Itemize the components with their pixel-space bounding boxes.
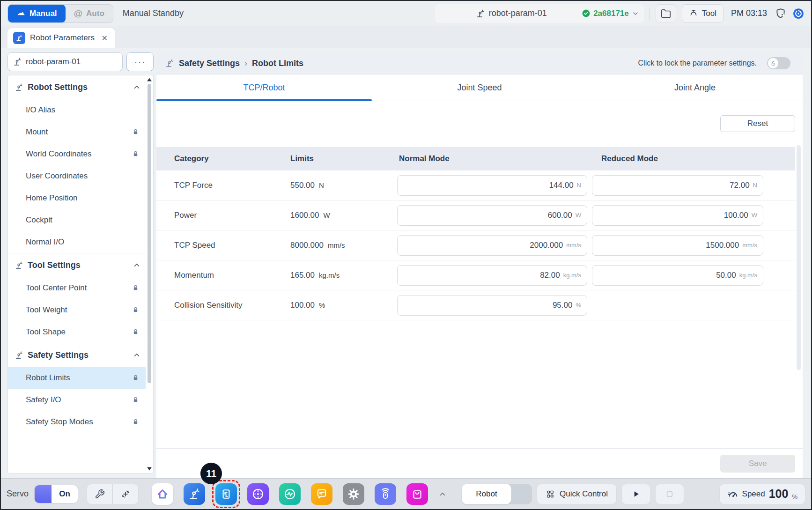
safety-user-button[interactable] <box>775 7 787 20</box>
nav-item-label: Tool Center Point <box>26 283 87 293</box>
manual-mode-button[interactable]: Manual <box>8 5 66 22</box>
table-body: TCP Force 550.00N 144.00N 72.00N Power 1… <box>156 170 795 320</box>
jog-axis-button[interactable] <box>113 484 138 504</box>
tool-button-label: Tool <box>702 9 716 18</box>
log-app-icon[interactable] <box>311 483 332 505</box>
table-row: Power 1600.00W 600.00W 100.00W <box>156 200 795 230</box>
servo-toggle[interactable]: On <box>34 485 78 503</box>
tab-robot-parameters[interactable]: Robot Parameters ✕ <box>7 28 115 48</box>
remote-app-icon[interactable] <box>375 483 396 505</box>
tab-joint-angle[interactable]: Joint Angle <box>587 75 803 101</box>
limit-cell: 1600.00W <box>264 211 362 220</box>
reset-button[interactable]: Reset <box>720 115 795 132</box>
param-name-input[interactable]: robot-param-01 <box>7 52 123 71</box>
active-param-file[interactable]: robot-param-01 2a68171e <box>435 4 644 23</box>
category-cell: Power <box>156 211 264 220</box>
auto-mode-button[interactable]: @ Auto <box>66 5 113 22</box>
chevron-down-icon <box>632 10 639 17</box>
close-tab-icon[interactable]: ✕ <box>100 34 110 43</box>
sidebar-item-tool-center-point[interactable]: Tool Center Point <box>8 277 146 299</box>
sidebar-item-i-o-alias[interactable]: I/O Alias <box>8 99 146 121</box>
nav-item-label: Tool Weight <box>26 305 67 315</box>
speed-unit: % <box>792 493 797 500</box>
sidebar-item-safety-stop-modes[interactable]: Safety Stop Modes <box>8 411 146 433</box>
param-more-button[interactable]: ··· <box>126 52 154 71</box>
play-button[interactable] <box>621 484 650 504</box>
gripper-icon <box>689 9 698 18</box>
speed-button[interactable]: Speed 100 % <box>719 484 805 504</box>
limits-table: Category Limits Normal Mode Reduced Mode… <box>156 147 795 320</box>
scroll-down-icon[interactable] <box>147 466 152 471</box>
sidebar-group-safety-settings[interactable]: Safety Settings <box>8 343 146 367</box>
col-limits: Limits <box>264 154 362 163</box>
table-row: TCP Speed 8000.000mm/s 2000.000mm/s 1500… <box>156 230 795 260</box>
scroll-up-icon[interactable] <box>147 77 152 82</box>
parameter-lock-toggle[interactable] <box>767 57 790 69</box>
top-bar: Manual @ Auto Manual Standby robot-param… <box>1 1 811 26</box>
reduced-mode-input[interactable]: 72.00N <box>592 175 763 196</box>
breadcrumb-section[interactable]: Safety Settings <box>179 59 240 68</box>
sidebar-group-tool-settings[interactable]: Tool Settings <box>8 253 146 277</box>
sidebar-group-robot-settings[interactable]: Robot Settings <box>8 75 146 99</box>
sidebar-item-tool-weight[interactable]: Tool Weight <box>8 299 146 321</box>
limits-tabs: TCP/Robot Joint Speed Joint Angle <box>156 75 803 101</box>
annotation-badge: 11 <box>200 463 222 484</box>
monitor-app-icon[interactable] <box>279 483 301 505</box>
sidebar-item-mount[interactable]: Mount <box>8 121 146 143</box>
robot-status-text: Manual Standby <box>123 8 184 18</box>
robot-icon <box>15 83 23 92</box>
nav-item-label: Tool Shape <box>26 327 66 337</box>
sidebar-scrollbar[interactable] <box>146 75 153 473</box>
tab-tcp-robot[interactable]: TCP/Robot <box>156 75 372 101</box>
tab-joint-speed[interactable]: Joint Speed <box>372 75 587 101</box>
reduced-mode-input[interactable]: 1500.000mm/s <box>592 235 763 256</box>
app-dock: 11 <box>152 483 428 505</box>
sidebar-item-world-coordinates[interactable]: World Coordinates <box>8 143 146 165</box>
lock-icon <box>132 328 139 335</box>
reduced-mode-input[interactable]: 50.00kg.m/s <box>592 265 763 286</box>
tab-label: Joint Angle <box>674 83 716 93</box>
wrench-button[interactable] <box>87 484 112 504</box>
robot-sim-toggle[interactable]: Robot <box>462 484 532 504</box>
sidebar-item-home-position[interactable]: Home Position <box>8 187 146 209</box>
robot-icon <box>15 351 23 360</box>
document-app-icon[interactable] <box>215 483 237 505</box>
tool-button[interactable]: Tool <box>682 4 723 23</box>
main-scrollbar[interactable] <box>797 145 801 370</box>
robot-app-icon[interactable] <box>184 483 205 505</box>
robot-file-icon <box>13 57 22 67</box>
sidebar-item-robot-limits[interactable]: Robot Limits <box>8 367 146 389</box>
sidebar-item-normal-i-o[interactable]: Normal I/O <box>8 231 146 253</box>
lock-icon <box>132 418 139 425</box>
nav-item-label: Robot Limits <box>26 373 70 383</box>
quick-control-button[interactable]: Quick Control <box>537 484 617 504</box>
jog-app-icon[interactable] <box>247 483 269 505</box>
reduced-mode-input[interactable]: 100.00W <box>592 205 763 226</box>
group-label: Safety Settings <box>28 350 128 360</box>
dock-collapse-icon[interactable] <box>438 490 447 498</box>
breadcrumb: Safety Settings › Robot Limits Click to … <box>156 52 803 74</box>
sidebar-item-user-coordinates[interactable]: User Coordinates <box>8 165 146 187</box>
sidebar-item-cockpit[interactable]: Cockpit <box>8 209 146 231</box>
normal-mode-input[interactable]: 95.00% <box>397 295 587 316</box>
auto-mode-label: Auto <box>86 9 104 18</box>
sidebar-item-tool-shape[interactable]: Tool Shape <box>8 321 146 343</box>
tab-label: Joint Speed <box>457 83 502 93</box>
scrollbar-thumb[interactable] <box>148 84 151 383</box>
settings-app-icon[interactable] <box>343 483 364 505</box>
lock-hint-text: Click to lock the parameter settings. <box>638 59 757 67</box>
sidebar-item-safety-i-o[interactable]: Safety I/O <box>8 389 146 411</box>
unlock-icon <box>770 60 776 67</box>
breadcrumb-page[interactable]: Robot Limits <box>252 59 303 68</box>
stop-button[interactable] <box>655 484 684 504</box>
store-app-icon[interactable] <box>406 483 428 505</box>
open-file-button[interactable] <box>656 4 676 23</box>
table-row: TCP Force 550.00N 144.00N 72.00N <box>156 170 795 200</box>
wrench-icon <box>95 489 105 499</box>
commit-dropdown[interactable]: 2a68171e <box>582 4 639 23</box>
speed-gauge-icon <box>727 488 738 500</box>
save-button[interactable]: Save <box>720 455 795 473</box>
stop-icon <box>665 489 674 499</box>
recovery-button[interactable] <box>792 7 805 20</box>
home-icon[interactable] <box>152 483 173 505</box>
